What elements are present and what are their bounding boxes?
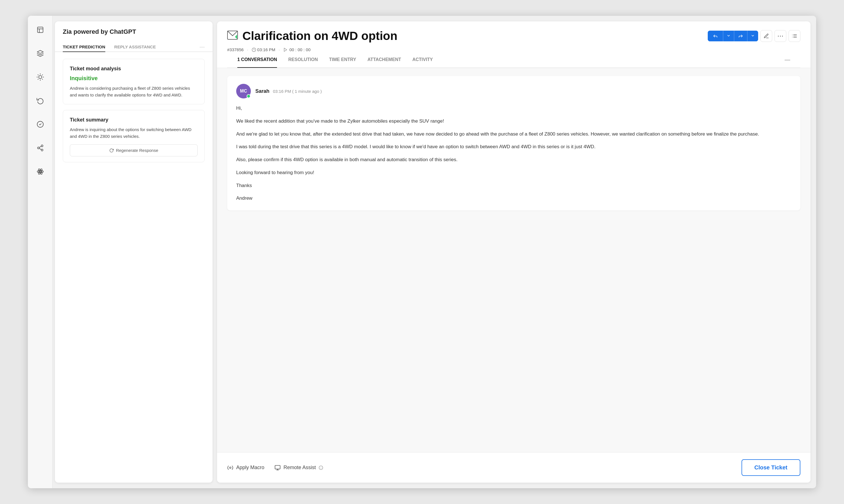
svg-line-14 bbox=[39, 148, 41, 150]
sidebar-icon-share[interactable] bbox=[33, 141, 48, 155]
ticket-content: MC Sarah 03:16 PM ( 1 minute ago ) Hi, W… bbox=[217, 68, 810, 452]
svg-marker-29 bbox=[284, 48, 287, 52]
message-header: MC Sarah 03:16 PM ( 1 minute ago ) bbox=[236, 84, 791, 98]
mood-label: Inquisitive bbox=[70, 75, 197, 82]
reply-button-group[interactable] bbox=[708, 31, 758, 41]
tab-activity[interactable]: ACTIVITY bbox=[412, 52, 433, 68]
ticket-timer: 00 : 00 : 00 bbox=[283, 47, 311, 52]
message-timestamp: 03:16 PM ( 1 minute ago ) bbox=[273, 89, 322, 94]
sidebar-icon-history[interactable] bbox=[33, 93, 48, 108]
tab-reply-assistance[interactable]: REPLY ASSISTANCE bbox=[114, 42, 156, 52]
ticket-title-row: Clarification on 4WD option bbox=[227, 29, 800, 43]
mood-card-title: Ticket mood analysis bbox=[70, 66, 197, 72]
tab-conversation[interactable]: 1 CONVERSATION bbox=[237, 52, 277, 68]
apply-macro-label: Apply Macro bbox=[236, 465, 264, 470]
message-sender-name: Sarah bbox=[255, 88, 270, 94]
mood-card-text: Andrew is considering purchasing a fleet… bbox=[70, 85, 197, 98]
sidebar-icon-zia[interactable] bbox=[33, 46, 48, 61]
apply-macro-action[interactable]: Apply Macro bbox=[227, 465, 264, 471]
remote-assist-action[interactable]: Remote Assist bbox=[275, 465, 323, 471]
ticket-id: #337856 bbox=[227, 47, 243, 52]
svg-line-8 bbox=[38, 79, 38, 79]
summary-card-text: Andrew is inquiring about the options fo… bbox=[70, 126, 197, 140]
ticket-title: Clarification on 4WD option bbox=[242, 29, 397, 43]
close-ticket-button[interactable]: Close Ticket bbox=[742, 459, 800, 476]
sidebar-icon-check[interactable] bbox=[33, 117, 48, 132]
more-button[interactable]: ⋯ bbox=[774, 30, 786, 42]
svg-rect-0 bbox=[37, 27, 43, 33]
svg-point-1 bbox=[38, 76, 42, 79]
zia-tabs-divider: — bbox=[200, 44, 205, 50]
svg-line-15 bbox=[39, 146, 41, 147]
tabs-more-icon[interactable]: — bbox=[785, 56, 790, 63]
filter-button[interactable] bbox=[789, 30, 800, 42]
zia-panel: Zia powered by ChatGPT TICKET PREDICTION… bbox=[55, 21, 212, 483]
edit-button[interactable] bbox=[760, 30, 772, 42]
tab-resolution[interactable]: RESOLUTION bbox=[288, 52, 318, 68]
zia-body: Ticket mood analysis Inquisitive Andrew … bbox=[55, 52, 212, 169]
tab-time-entry[interactable]: TIME ENTRY bbox=[329, 52, 356, 68]
svg-point-16 bbox=[39, 171, 40, 172]
reply-dropdown-button[interactable] bbox=[723, 31, 734, 41]
svg-line-9 bbox=[42, 75, 42, 75]
icon-sidebar bbox=[28, 16, 53, 488]
msg-line-1: Hi, bbox=[236, 104, 791, 112]
sidebar-icon-ticket[interactable] bbox=[33, 22, 48, 37]
ticket-email-icon bbox=[227, 31, 238, 42]
svg-line-4 bbox=[38, 75, 38, 75]
avatar-status-indicator bbox=[247, 94, 251, 98]
svg-line-5 bbox=[42, 79, 42, 79]
forward-button[interactable] bbox=[734, 31, 747, 41]
ticket-title-left: Clarification on 4WD option bbox=[227, 29, 397, 43]
footer-left-actions: Apply Macro Remote Assist bbox=[227, 465, 323, 471]
zia-tabs: TICKET PREDICTION REPLY ASSISTANCE — bbox=[55, 38, 212, 52]
regenerate-label: Regenerate Response bbox=[116, 148, 158, 153]
summary-card-title: Ticket summary bbox=[70, 117, 197, 123]
sender-avatar: MC bbox=[236, 84, 251, 98]
ticket-tabs: 1 CONVERSATION RESOLUTION TIME ENTRY ATT… bbox=[227, 52, 800, 68]
ticket-actions: ⋯ bbox=[708, 30, 800, 42]
msg-line-6: Looking forward to hearing from you! bbox=[236, 168, 791, 177]
msg-line-4: I was told during the test drive that th… bbox=[236, 143, 791, 151]
ticket-panel: Clarification on 4WD option bbox=[217, 21, 810, 483]
zia-title: Zia powered by ChatGPT bbox=[63, 28, 136, 35]
sidebar-icon-atom[interactable] bbox=[33, 164, 48, 179]
sidebar-icon-light[interactable] bbox=[33, 70, 48, 84]
msg-line-8: Andrew bbox=[236, 194, 791, 202]
ticket-meta: #337856 · 03:16 PM · 00 : 00 : 00 bbox=[227, 47, 800, 52]
ticket-footer: Apply Macro Remote Assist Close Ticket bbox=[217, 452, 810, 483]
summary-card: Ticket summary Andrew is inquiring about… bbox=[63, 110, 205, 162]
tab-ticket-prediction[interactable]: TICKET PREDICTION bbox=[63, 42, 105, 52]
ticket-time: 03:16 PM bbox=[252, 47, 275, 52]
mood-card: Ticket mood analysis Inquisitive Andrew … bbox=[63, 59, 205, 104]
svg-point-30 bbox=[229, 467, 231, 469]
forward-dropdown-button[interactable] bbox=[747, 31, 758, 41]
more-dots-icon: ⋯ bbox=[777, 32, 784, 40]
message-body: Hi, We liked the recent addition that yo… bbox=[236, 104, 791, 202]
remote-assist-label: Remote Assist bbox=[283, 465, 316, 470]
msg-line-3: And we're glad to let you know that, aft… bbox=[236, 130, 791, 138]
msg-line-5: Also, please confirm if this 4WD option … bbox=[236, 156, 791, 164]
zia-header: Zia powered by ChatGPT bbox=[55, 21, 212, 35]
msg-line-7: Thanks bbox=[236, 181, 791, 190]
svg-rect-31 bbox=[275, 465, 280, 469]
msg-line-2: We liked the recent addition that you've… bbox=[236, 117, 791, 125]
tab-attachement[interactable]: ATTACHEMENT bbox=[367, 52, 401, 68]
message-card: MC Sarah 03:16 PM ( 1 minute ago ) Hi, W… bbox=[227, 76, 800, 210]
message-meta: Sarah 03:16 PM ( 1 minute ago ) bbox=[255, 88, 322, 94]
regenerate-button[interactable]: Regenerate Response bbox=[70, 144, 197, 156]
reply-button[interactable] bbox=[708, 31, 723, 41]
ticket-header: Clarification on 4WD option bbox=[217, 21, 810, 68]
